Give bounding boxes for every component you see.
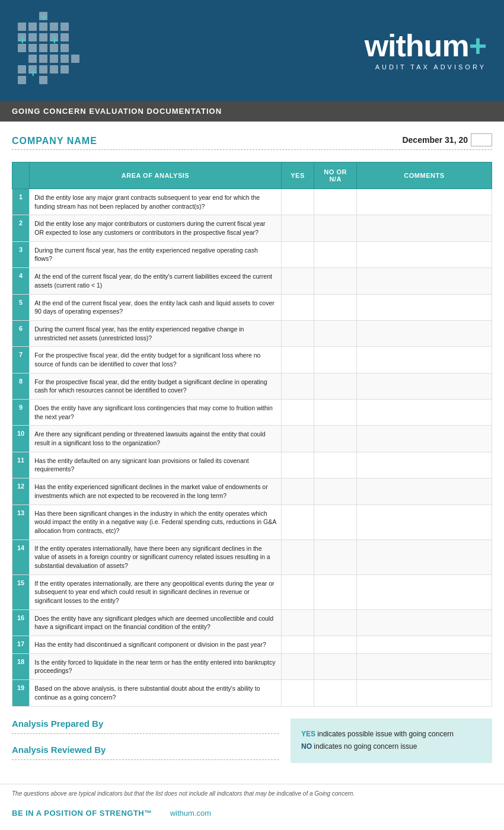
row-area-text: Has the entity experienced significant d… [30,478,281,505]
row-area-text: If the entity operates internationally, … [30,574,281,609]
row-yes-cell[interactable] [281,426,314,452]
row-yes-cell[interactable] [281,680,314,706]
row-no-cell[interactable] [314,373,357,399]
svg-rect-11 [28,55,37,63]
footer-left: Analysis Prepared By Analysis Reviewed B… [12,719,279,763]
withum-tagline: AUDIT TAX ADVISORY [365,63,486,71]
row-no-cell[interactable] [314,574,357,609]
svg-rect-5 [39,33,47,42]
row-comments-cell[interactable] [356,189,492,215]
row-comments-cell[interactable] [356,452,492,478]
svg-rect-18 [60,23,69,31]
svg-rect-12 [39,55,47,63]
row-comments-cell[interactable] [356,478,492,505]
row-comments-cell[interactable] [356,574,492,609]
row-no-cell[interactable] [314,680,357,706]
row-yes-cell[interactable] [281,452,314,478]
row-no-cell[interactable] [314,653,357,679]
row-number: 3 [12,241,30,267]
svg-text:+: + [51,34,58,47]
date-year-box[interactable] [471,133,492,146]
withum-logo-right: withum+ AUDIT TAX ADVISORY [365,30,486,71]
table-row: 11Has the entity defaulted on any signic… [12,452,492,478]
row-number: 5 [12,294,30,320]
row-yes-cell[interactable] [281,189,314,215]
row-yes-cell[interactable] [281,347,314,373]
row-comments-cell[interactable] [356,680,492,706]
row-comments-cell[interactable] [356,636,492,654]
row-area-text: For the prospective fiscal year, did the… [30,373,281,399]
row-no-cell[interactable] [314,347,357,373]
row-number: 19 [12,680,30,706]
row-yes-cell[interactable] [281,478,314,505]
row-no-cell[interactable] [314,320,357,346]
withum-url: withum.com [170,809,211,818]
row-yes-cell[interactable] [281,268,314,294]
row-yes-cell[interactable] [281,215,314,241]
date-row: December 31, 20 [402,133,492,146]
row-comments-cell[interactable] [356,294,492,320]
table-row: 16Does the entity have any significant p… [12,609,492,636]
col-yes: YES [281,162,314,189]
svg-rect-0 [18,23,26,31]
svg-rect-15 [60,44,69,52]
row-comments-cell[interactable] [356,505,492,540]
row-no-cell[interactable] [314,636,357,654]
row-area-text: During the current fiscal year, has the … [30,241,281,267]
row-yes-cell[interactable] [281,320,314,346]
row-yes-cell[interactable] [281,574,314,609]
row-yes-cell[interactable] [281,294,314,320]
row-comments-cell[interactable] [356,320,492,346]
row-no-cell[interactable] [314,215,357,241]
row-yes-cell[interactable] [281,540,314,574]
row-comments-cell[interactable] [356,400,492,426]
table-row: 4At the end of the current fiscal year, … [12,268,492,294]
row-no-cell[interactable] [314,189,357,215]
row-no-cell[interactable] [314,294,357,320]
row-number: 15 [12,574,30,609]
withum-brand-text: withum+ [365,30,486,61]
row-comments-cell[interactable] [356,609,492,636]
row-number: 2 [12,215,30,241]
table-row: 3During the current fiscal year, has the… [12,241,492,267]
row-comments-cell[interactable] [356,653,492,679]
footer-section: Analysis Prepared By Analysis Reviewed B… [12,719,492,763]
row-area-text: At the end of the current fiscal year, d… [30,294,281,320]
row-no-cell[interactable] [314,540,357,574]
row-no-cell[interactable] [314,241,357,267]
svg-rect-1 [28,23,37,31]
row-no-cell[interactable] [314,609,357,636]
row-no-cell[interactable] [314,400,357,426]
row-comments-cell[interactable] [356,268,492,294]
table-row: 6During the current fiscal year, has the… [12,320,492,346]
legend-no-text: NO [301,742,312,751]
row-yes-cell[interactable] [281,609,314,636]
row-yes-cell[interactable] [281,400,314,426]
row-number: 10 [12,426,30,452]
row-comments-cell[interactable] [356,540,492,574]
row-no-cell[interactable] [314,478,357,505]
row-yes-cell[interactable] [281,636,314,654]
row-yes-cell[interactable] [281,505,314,540]
row-yes-cell[interactable] [281,241,314,267]
svg-text:+: + [30,66,37,79]
row-yes-cell[interactable] [281,373,314,399]
row-number: 14 [12,540,30,574]
row-area-text: Does the entity have any significant ple… [30,609,281,636]
svg-rect-6 [28,33,37,42]
row-yes-cell[interactable] [281,653,314,679]
row-comments-cell[interactable] [356,426,492,452]
row-comments-cell[interactable] [356,241,492,267]
row-number: 4 [12,268,30,294]
svg-rect-26 [18,76,26,84]
row-no-cell[interactable] [314,426,357,452]
row-no-cell[interactable] [314,268,357,294]
row-no-cell[interactable] [314,452,357,478]
row-comments-cell[interactable] [356,215,492,241]
row-no-cell[interactable] [314,505,357,540]
row-comments-cell[interactable] [356,373,492,399]
svg-rect-25 [60,65,69,74]
legend-no-desc: indicates no going concern issue [312,742,417,751]
page-title-bar: GOING CONCERN EVALUATION DOCUMENTATION [0,101,504,122]
row-comments-cell[interactable] [356,347,492,373]
